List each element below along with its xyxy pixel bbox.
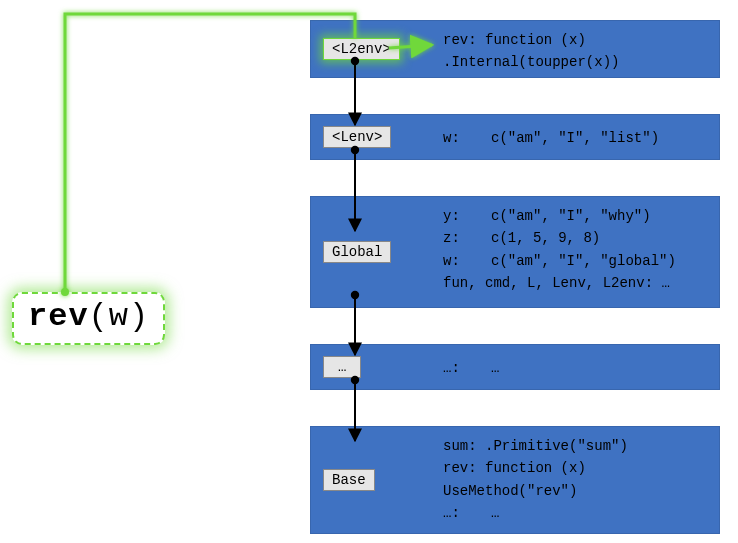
binding-line: .Internal(toupper(x)) [443,51,707,73]
env-base-bindings: sum: .Primitive("sum") rev: function (x)… [443,435,707,525]
env-global-bindings: y:c("am", "I", "why") z:c(1, 5, 9, 8) w:… [443,205,707,295]
diagram-stage: rev(w) <L2env> rev: function (x) .Intern… [0,0,738,543]
env-lenv-label: <Lenv> [323,126,391,148]
env-global: Global y:c("am", "I", "why") z:c(1, 5, 9… [310,196,720,308]
call-args: (w) [89,298,150,335]
environment-stack: <L2env> rev: function (x) .Internal(toup… [310,20,720,534]
env-lenv-bindings: w:c("am", "I", "list") [443,123,707,149]
env-ellipsis: … …:… [310,344,720,390]
binding-line: z:c(1, 5, 9, 8) [443,227,707,249]
binding-line: …:… [443,502,707,524]
env-base-label: Base [323,469,375,491]
binding-line: sum: .Primitive("sum") [443,435,707,457]
binding-line: y:c("am", "I", "why") [443,205,707,227]
env-global-label: Global [323,241,391,263]
binding-line: w:c("am", "I", "list") [443,127,707,149]
env-lenv: <Lenv> w:c("am", "I", "list") [310,114,720,160]
call-expression: rev(w) [12,292,165,345]
binding-line: UseMethod("rev") [443,480,707,502]
env-ellipsis-label: … [323,356,361,378]
env-ellipsis-bindings: …:… [443,353,707,379]
call-fn: rev [28,298,89,335]
env-l2: <L2env> rev: function (x) .Internal(toup… [310,20,720,78]
env-l2-bindings: rev: function (x) .Internal(toupper(x)) [443,29,707,74]
binding-line: w:c("am", "I", "global") [443,250,707,272]
binding-line: …:… [443,357,707,379]
env-l2-label: <L2env> [323,38,400,60]
binding-line: rev: function (x) [443,29,707,51]
env-base: Base sum: .Primitive("sum") rev: functio… [310,426,720,534]
binding-line: rev: function (x) [443,457,707,479]
binding-line: fun, cmd, L, Lenv, L2env: … [443,272,707,294]
